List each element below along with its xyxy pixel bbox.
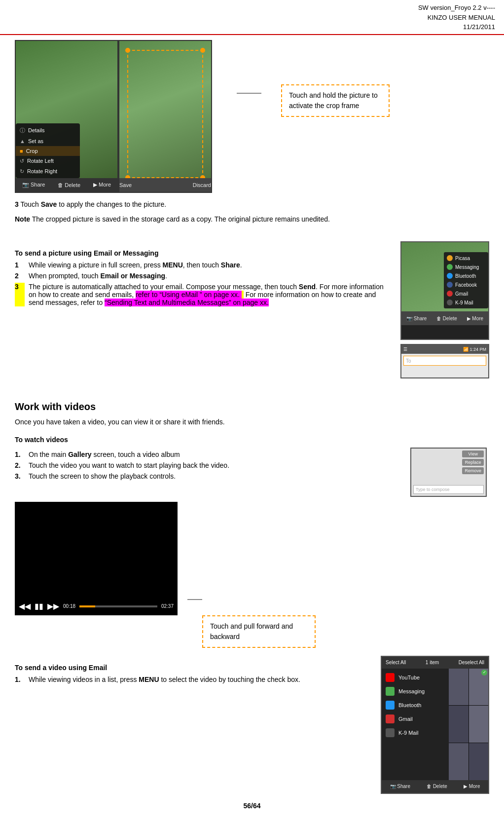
crop-callout: Touch and hold the picture to activate t…	[281, 84, 390, 117]
note-para: Note The cropped picture is saved in the…	[15, 214, 489, 225]
thumb-5	[449, 743, 468, 780]
phone-right: Save Discard	[118, 40, 212, 193]
video-time-start: 00:18	[63, 603, 75, 609]
send-video-heading: To send a video using Email	[15, 664, 371, 672]
video-callout-box: Touch and pull forward and backward	[202, 615, 316, 648]
email-heading: To send a picture using Email or Messagi…	[15, 249, 393, 257]
email-step3: 3 The picture is automatically attached …	[15, 283, 393, 306]
select-content: YouTube Messaging Bluetooth Gmail	[382, 669, 488, 742]
video-compose-screen: View Replace Remove Type to compose	[410, 448, 487, 497]
check-badge: ✓	[481, 670, 487, 676]
share-menu: Picasa Messaging Bluetooth Facebook	[444, 252, 488, 308]
compose-buttons: View Replace Remove	[460, 449, 486, 476]
menu-label-2: MENU	[139, 676, 159, 683]
crop-frame	[127, 50, 203, 178]
send-video-step1: 1. While viewing videos in a list, press…	[15, 676, 371, 683]
ref2-highlight: “Sending Text and Multimedia Messages” o…	[105, 299, 269, 306]
send-video-step1-num: 1.	[15, 676, 25, 683]
share-gmail: Gmail	[444, 289, 488, 298]
pause-button[interactable]: ▮▮	[35, 601, 43, 611]
progress-bar[interactable]	[79, 605, 157, 607]
select-bottom-bar: 📷 Share 🗑 Delete ▶ More	[382, 780, 488, 793]
select-all-label[interactable]: Select All	[386, 660, 406, 665]
video-area	[15, 502, 178, 598]
facebook-icon	[447, 282, 453, 288]
rewind-button[interactable]: ◀◀	[19, 601, 31, 611]
video-callout-arrow	[187, 599, 202, 600]
email-step1-num: 1	[15, 261, 25, 269]
forward-button[interactable]: ▶▶	[47, 601, 59, 611]
email-to-field: To	[403, 356, 486, 366]
context-menu: ⓘ Details ▲ Set as ■ Crop ↺ Rotate Left	[16, 123, 80, 178]
video-callout-area: Touch and pull forward and backward	[187, 551, 316, 648]
email-compose-screen: ☰ 📶 1:24 PM To	[400, 344, 489, 378]
header-line2: KINZO USER MENUAL	[0, 13, 495, 23]
watch-section: 1. On the main Gallery screen, touch a v…	[15, 448, 489, 497]
video-time-end: 02:37	[161, 603, 174, 609]
note-text: The cropped picture is saved in the stor…	[32, 215, 330, 223]
watch-step2-text: Touch the video you want to watch to sta…	[29, 461, 229, 469]
share-k9mail: K-9 Mail	[444, 298, 488, 307]
ref1b-highlight	[242, 291, 244, 299]
item-count-label: 1 item	[426, 660, 439, 665]
thumb-2: ✓	[469, 669, 489, 706]
crop-handle-tl[interactable]	[125, 48, 130, 53]
k9mail-icon-2	[386, 728, 395, 737]
work-videos-heading: Work with videos	[15, 401, 489, 413]
crop-handle-tr[interactable]	[200, 48, 205, 53]
email-step2: 2 When prompted, touch Email or Messagin…	[15, 272, 393, 280]
gmail-icon-2	[386, 714, 395, 723]
send-label: Send	[299, 283, 316, 291]
replace-button[interactable]: Replace	[462, 459, 484, 466]
watch-step1-num: 1.	[15, 451, 25, 458]
email-step3-num: 3	[15, 283, 25, 306]
video-player: ◀◀ ▮▮ ▶▶ 00:18 02:37	[15, 502, 178, 615]
email-step1-text: While viewing a picture in full screen, …	[29, 261, 242, 269]
watch-step2-num: 2.	[15, 461, 25, 469]
video-section: ◀◀ ▮▮ ▶▶ 00:18 02:37 Touch and pull forw…	[15, 502, 489, 648]
email-step3-text: The picture is automatically attached to…	[29, 283, 393, 306]
note-label: Note	[15, 215, 30, 223]
header-line3: 11/21/2011	[0, 22, 495, 32]
select-screen: Select All 1 item Deselect All YouTube M…	[381, 656, 489, 794]
deselect-all-label[interactable]: Deselect All	[459, 660, 484, 665]
menu-label: MENU	[163, 261, 183, 269]
step3-post: to apply the changes to the picture.	[59, 200, 166, 208]
share-facebook: Facebook	[444, 280, 488, 289]
email-step2-text: When prompted, touch Email or Messaging.	[29, 272, 167, 280]
callout-area: Touch and hold the picture to activate t…	[237, 70, 489, 117]
share-label: Share	[221, 261, 240, 269]
phone-left: ⓘ Details ▲ Set as ■ Crop ↺ Rotate Left	[15, 40, 118, 193]
messaging-icon	[447, 264, 453, 270]
work-videos-intro: Once you have taken a video, you can vie…	[15, 416, 489, 427]
k9mail-icon	[447, 300, 453, 305]
step3-save-label: Save	[41, 200, 57, 208]
callout-arrow-line	[237, 93, 261, 94]
email-step2-num: 2	[15, 272, 25, 280]
step3-num: 3	[15, 200, 19, 208]
top-section: ⓘ Details ▲ Set as ■ Crop ↺ Rotate Left	[15, 40, 489, 193]
watch-step1-text: On the main Gallery screen, touch a vide…	[29, 451, 180, 458]
messaging-icon-2	[386, 687, 395, 696]
share-screen-top: Picasa Messaging Bluetooth Facebook	[401, 242, 488, 311]
gmail-icon	[447, 291, 453, 297]
select-top-bar: Select All 1 item Deselect All	[382, 657, 488, 669]
watch-videos-heading: To watch videos	[15, 436, 489, 444]
share-picasa: Picasa	[444, 254, 488, 263]
share-screen-bottom: 📷 Share 🗑 Delete ▶ More	[401, 311, 488, 325]
send-video-section: To send a video using Email 1. While vie…	[15, 656, 489, 794]
share-screen: Picasa Messaging Bluetooth Facebook	[400, 241, 489, 340]
phone-screenshots: ⓘ Details ▲ Set as ■ Crop ↺ Rotate Left	[15, 40, 232, 193]
mid-screenshots: Picasa Messaging Bluetooth Facebook	[400, 241, 489, 378]
view-button[interactable]: View	[462, 451, 484, 457]
header: SW version_Froyo 2.2 v---- KINZO USER ME…	[0, 0, 504, 35]
send-video-step1-text: While viewing videos in a list, press ME…	[29, 676, 300, 683]
email-top-bar: ☰ 📶 1:24 PM	[401, 345, 488, 354]
thumb-4	[469, 706, 489, 743]
type-to-compose[interactable]: Type to compose	[413, 485, 484, 494]
thumb-1	[449, 669, 468, 706]
share-bluetooth: Bluetooth	[444, 271, 488, 280]
email-section: To send a picture using Email or Messagi…	[15, 241, 489, 378]
remove-button[interactable]: Remove	[462, 467, 484, 474]
watch-right: View Replace Remove Type to compose	[410, 448, 489, 497]
